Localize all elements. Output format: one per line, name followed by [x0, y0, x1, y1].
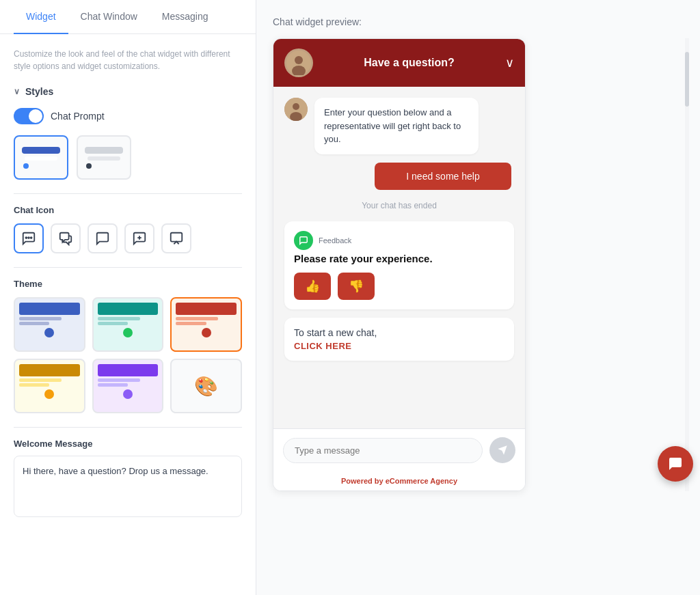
bot-avatar-svg [284, 98, 308, 121]
svg-point-1 [25, 237, 27, 238]
chat-icon-4-svg [132, 231, 147, 246]
theme-card-yellow[interactable] [14, 359, 85, 413]
theme-yellow-lines [19, 378, 80, 387]
svg-rect-5 [171, 233, 183, 242]
theme-blue-lines [19, 317, 80, 325]
styles-section-header[interactable]: ∨ Styles [14, 86, 242, 97]
feedback-card: Feedback Please rate your experience. 👍 … [284, 221, 514, 309]
chat-prompt-label: Chat Prompt [51, 111, 105, 122]
feedback-question: Please rate your experience. [294, 253, 504, 264]
style-card-1-line [25, 156, 57, 161]
chat-widget: Have a question? ∨ Enter your question b… [273, 38, 526, 491]
chat-message-input[interactable] [283, 438, 483, 463]
chat-icon-5-svg [169, 231, 184, 246]
thumbs-up-button[interactable]: 👍 [294, 273, 331, 300]
chat-header-chevron-icon[interactable]: ∨ [505, 55, 514, 70]
float-chat-icon [667, 456, 684, 472]
feedback-buttons: 👍 👎 [294, 273, 504, 300]
svg-point-7 [295, 56, 303, 64]
theme-blue-line2 [19, 322, 49, 325]
theme-blue-line1 [19, 317, 62, 320]
icon-opt-5[interactable] [161, 223, 191, 253]
icon-opt-3[interactable] [88, 223, 118, 253]
welcome-message-textarea[interactable] [14, 456, 242, 517]
svg-point-2 [31, 237, 32, 238]
style-card-2-header [85, 147, 123, 154]
chat-body: Enter your question below and a represen… [273, 87, 525, 428]
theme-teal-btn [123, 328, 133, 337]
style-card-1[interactable] [14, 135, 68, 180]
tab-widget[interactable]: Widget [14, 0, 68, 34]
theme-card-blue[interactable] [14, 297, 85, 352]
need-help-button[interactable]: I need some help [375, 163, 511, 190]
powered-label: Powered by [341, 477, 383, 485]
divider-1 [14, 193, 242, 194]
theme-card-purple[interactable] [92, 359, 164, 413]
styles-section-label: Styles [25, 86, 53, 97]
chat-bubble-icon [299, 236, 308, 245]
style-card-2-line [88, 156, 120, 161]
tabs-bar: Widget Chat Window Messaging [0, 0, 256, 34]
scrollbar-thumb[interactable] [685, 52, 689, 107]
new-chat-link[interactable]: CLICK HERE [294, 341, 504, 351]
theme-teal-lines [98, 317, 159, 325]
feedback-header: Feedback [294, 231, 504, 250]
powered-brand: eCommerce Agency [386, 477, 457, 485]
chat-prompt-row: Chat Prompt [14, 108, 242, 124]
theme-orange-header [176, 303, 237, 315]
icon-opt-2[interactable] [51, 223, 81, 253]
bot-avatar [284, 98, 308, 121]
theme-grid: 🎨 [14, 297, 242, 413]
feedback-icon [294, 231, 313, 250]
left-panel: Widget Chat Window Messaging Customize t… [0, 0, 256, 595]
divider-2 [14, 267, 242, 268]
theme-orange-lines [176, 317, 237, 325]
theme-card-teal[interactable] [92, 297, 164, 352]
theme-purple-btn [123, 389, 133, 399]
theme-card-orange[interactable] [170, 297, 242, 352]
chat-header-title: Have a question? [364, 57, 454, 69]
style-card-1-header [22, 147, 60, 154]
theme-purple-header [98, 364, 159, 376]
tab-chat-window[interactable]: Chat Window [68, 0, 150, 34]
theme-blue-btn [44, 328, 54, 337]
tab-messaging[interactable]: Messaging [150, 0, 221, 34]
chat-prompt-toggle[interactable] [14, 108, 44, 124]
svg-point-0 [28, 237, 29, 238]
theme-orange-btn [202, 328, 211, 337]
theme-custom-icon: 🎨 [194, 375, 218, 398]
right-panel: Chat widget preview: Have a question? ∨ [256, 0, 700, 595]
chat-ended-status: Your chat has ended [284, 201, 514, 210]
theme-yellow-btn [44, 389, 54, 399]
chat-input-row [273, 428, 525, 471]
chat-powered: Powered by eCommerce Agency [273, 471, 525, 490]
style-cards [14, 135, 242, 180]
float-chat-button[interactable] [658, 446, 693, 482]
chat-send-button[interactable] [489, 437, 515, 463]
chat-icon-3-svg [95, 231, 110, 246]
panel-content: Customize the look and feel of the chat … [0, 34, 256, 595]
styles-chevron-icon: ∨ [14, 87, 20, 96]
chat-icon-label: Chat Icon [14, 205, 242, 215]
theme-card-custom[interactable]: 🎨 [170, 359, 242, 413]
icon-options [14, 223, 242, 253]
divider-3 [14, 427, 242, 428]
svg-point-10 [293, 103, 299, 110]
theme-teal-line2 [98, 322, 128, 325]
icon-opt-4[interactable] [124, 223, 154, 253]
bot-message-bubble: Enter your question below and a represen… [314, 98, 479, 154]
avatar-svg [286, 51, 311, 75]
theme-blue-header [19, 303, 80, 315]
chat-header: Have a question? ∨ [273, 39, 525, 87]
theme-orange-line2 [176, 322, 206, 325]
new-chat-card: To start a new chat, CLICK HERE [284, 318, 514, 361]
theme-teal-header [98, 303, 159, 315]
icon-opt-1[interactable] [14, 223, 44, 253]
theme-yellow-line1 [19, 378, 62, 382]
thumbs-down-button[interactable]: 👎 [338, 273, 375, 300]
send-icon [497, 445, 508, 456]
theme-purple-line2 [98, 383, 128, 387]
theme-teal-line1 [98, 317, 140, 320]
style-card-2[interactable] [77, 135, 131, 180]
theme-yellow-line2 [19, 383, 49, 387]
